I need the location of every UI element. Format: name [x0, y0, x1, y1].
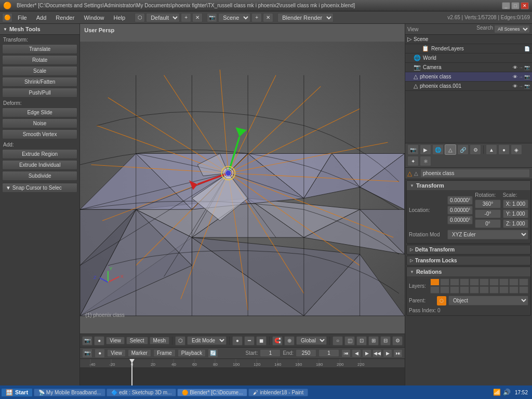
- phoenix001-cursor[interactable]: →: [518, 84, 523, 89]
- outliner-phoenix[interactable]: △ phoenix class 👁 → 📷: [405, 72, 532, 82]
- layer-19[interactable]: [509, 286, 518, 294]
- loc-y-input[interactable]: [447, 206, 473, 215]
- scene-name-select[interactable]: Scene: [218, 13, 250, 22]
- scale-btn[interactable]: Scale: [2, 66, 77, 76]
- layer-12[interactable]: [440, 286, 449, 294]
- mode-icon[interactable]: ⬡: [175, 336, 185, 345]
- particles-icon[interactable]: ✦: [407, 156, 419, 166]
- layer-3[interactable]: [450, 278, 459, 286]
- modifiers-icon[interactable]: ⚙: [470, 144, 481, 155]
- scenes-select[interactable]: All Scenes: [494, 25, 530, 33]
- layer-5[interactable]: [470, 278, 479, 286]
- play-btn[interactable]: ▶: [362, 349, 371, 357]
- timeline-cam-icon[interactable]: 📷: [82, 349, 92, 358]
- parent-select[interactable]: Object: [448, 296, 528, 305]
- camera-eye[interactable]: 👁: [513, 65, 517, 70]
- snap-cursor-btn[interactable]: ▼ Snap Cursor to Selec: [2, 183, 77, 193]
- edge-icon[interactable]: ━: [244, 336, 255, 345]
- layer-20[interactable]: [519, 286, 528, 294]
- scale-x-input[interactable]: [503, 200, 528, 208]
- view-btn[interactable]: View: [106, 337, 125, 344]
- scene-type-icon[interactable]: ⬡: [135, 13, 145, 22]
- start-value[interactable]: [260, 349, 281, 357]
- scene-remove-icon[interactable]: ✕: [192, 13, 203, 22]
- layer-11[interactable]: [430, 286, 440, 294]
- scene-add-icon[interactable]: +: [181, 13, 191, 22]
- viewport-camera-icon[interactable]: 📷: [82, 336, 92, 345]
- timeline-circle-icon[interactable]: ●: [95, 349, 105, 358]
- jump-start-btn[interactable]: ⏮: [341, 349, 351, 357]
- select-btn[interactable]: Select: [126, 337, 148, 344]
- viewport-circle-icon[interactable]: ●: [94, 336, 104, 345]
- onion-icon[interactable]: ⊡: [356, 336, 367, 345]
- layer-7[interactable]: [489, 278, 499, 286]
- scene-name-add[interactable]: +: [251, 13, 262, 22]
- mesh-btn[interactable]: Mesh: [150, 337, 169, 344]
- camera-render[interactable]: 📷: [524, 65, 530, 70]
- extrude-region-btn[interactable]: Extrude Region: [2, 149, 77, 159]
- physics-icon[interactable]: ⚛: [420, 156, 431, 166]
- blender-icon-btn[interactable]: 🟠: [2, 13, 12, 22]
- rotate-btn[interactable]: Rotate: [2, 55, 77, 65]
- snap-icon[interactable]: 🧲: [272, 336, 283, 345]
- menu-add[interactable]: Add: [32, 14, 51, 22]
- pivot-icon[interactable]: ⊕: [284, 336, 295, 345]
- play-reverse-btn[interactable]: ◀◀: [373, 349, 382, 357]
- scene-type-select[interactable]: Default: [146, 13, 180, 22]
- phoenix-eye[interactable]: 👁: [513, 74, 517, 79]
- proportional-icon[interactable]: ○: [332, 336, 343, 345]
- relations-header[interactable]: ▼ Relations: [407, 267, 530, 276]
- extrude-individual-btn[interactable]: Extrude Individual: [2, 160, 77, 170]
- global-select[interactable]: Global: [296, 336, 327, 345]
- maximize-button[interactable]: □: [511, 2, 520, 9]
- layer-18[interactable]: [499, 286, 509, 294]
- texture-icon[interactable]: ◈: [511, 144, 522, 155]
- obj-name-input[interactable]: [420, 169, 530, 178]
- layer-10[interactable]: [519, 278, 528, 286]
- smooth-vertex-btn[interactable]: Smooth Vertex: [2, 129, 77, 139]
- minimize-button[interactable]: _: [502, 2, 510, 9]
- scene-name-remove[interactable]: ✕: [263, 13, 273, 22]
- rot-y-input[interactable]: [475, 209, 500, 218]
- rot-z-input[interactable]: [475, 219, 500, 228]
- rot-x-input[interactable]: [475, 200, 500, 208]
- translate-btn[interactable]: Translate: [2, 44, 77, 54]
- vis-icon-1[interactable]: 📄: [524, 46, 530, 51]
- camera-cursor[interactable]: →: [518, 65, 523, 70]
- vertex-icon[interactable]: ●: [232, 336, 243, 345]
- outliner-scene[interactable]: ▷ Scene: [405, 35, 532, 44]
- object-props-icon[interactable]: △: [445, 144, 456, 155]
- layer-15[interactable]: [470, 286, 479, 294]
- mesh-tools-header[interactable]: ▼ Mesh Tools: [0, 24, 79, 35]
- layer-13[interactable]: [450, 286, 459, 294]
- shade-icon[interactable]: ⚙: [392, 336, 403, 345]
- layer-1[interactable]: [430, 278, 440, 286]
- layer-2[interactable]: [440, 278, 449, 286]
- start-button[interactable]: 🪟 Start: [1, 388, 33, 397]
- scene-props-icon[interactable]: ▶: [420, 144, 431, 155]
- subdivide-btn[interactable]: Subdivide: [2, 171, 77, 181]
- timeline-view-btn[interactable]: View: [107, 349, 126, 357]
- constraints-icon[interactable]: 🔗: [457, 144, 469, 155]
- noise-btn[interactable]: Noise: [2, 118, 77, 128]
- layer-6[interactable]: [480, 278, 489, 286]
- delta-transform-section[interactable]: ▷ Delta Transform: [406, 245, 531, 255]
- limit-icon[interactable]: ⊟: [380, 336, 391, 345]
- engine-select[interactable]: Blender Render: [277, 13, 334, 22]
- layer-14[interactable]: [460, 286, 469, 294]
- data-icon[interactable]: ▲: [486, 144, 497, 155]
- phoenix001-eye[interactable]: 👁: [513, 84, 517, 89]
- outliner-renderlayers[interactable]: 📋 RenderLayers 📄: [405, 44, 532, 54]
- outliner-search-btn[interactable]: Search: [476, 25, 493, 33]
- layer-17[interactable]: [489, 286, 499, 294]
- world-props-icon[interactable]: 🌐: [432, 144, 444, 155]
- scale-z-input[interactable]: [503, 219, 528, 228]
- current-frame[interactable]: [318, 349, 339, 357]
- render-props-icon[interactable]: 📷: [407, 144, 419, 155]
- layer-4[interactable]: [460, 278, 469, 286]
- phoenix001-render[interactable]: 📷: [524, 84, 530, 89]
- loc-x-input[interactable]: [447, 196, 473, 205]
- xray-icon[interactable]: ◫: [344, 336, 355, 345]
- taskbar-item-1[interactable]: 🔷 edit : Sketchup 3D m...: [107, 389, 176, 396]
- layer-16[interactable]: [480, 286, 489, 294]
